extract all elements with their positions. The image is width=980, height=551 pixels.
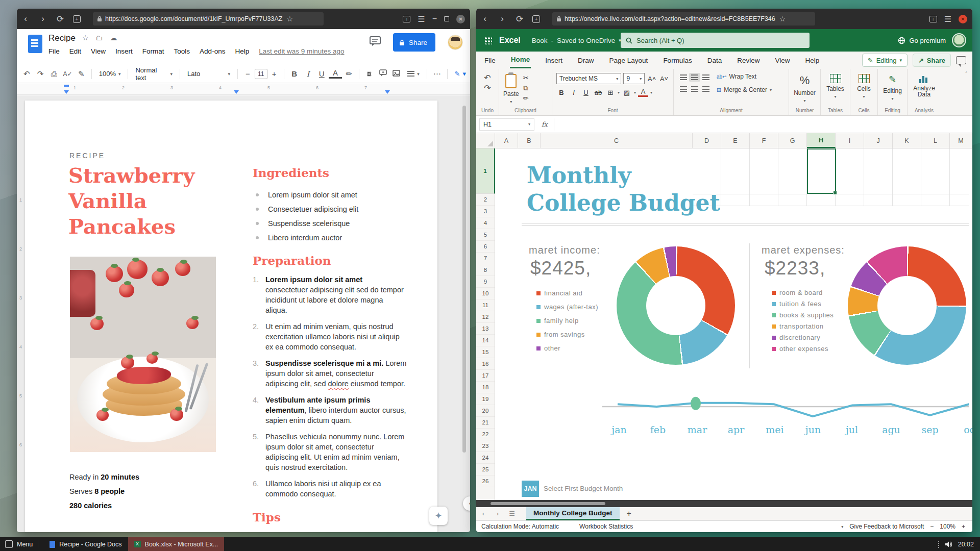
share-button[interactable]: Share — [393, 33, 435, 52]
volume-icon[interactable] — [945, 541, 953, 548]
first-month-badge[interactable]: JAN — [522, 481, 539, 497]
menu-format[interactable]: Format — [142, 47, 164, 55]
account-avatar[interactable] — [448, 35, 463, 50]
redo-icon[interactable]: ↷ — [480, 83, 495, 93]
address-bar[interactable]: https://onedrive.live.com/edit.aspx?acti… — [552, 12, 815, 26]
insert-link-icon[interactable] — [362, 69, 376, 78]
row-header[interactable]: 7 — [476, 253, 495, 264]
status-options-icon[interactable]: ▾ — [841, 524, 843, 529]
minimize-icon[interactable]: − — [432, 14, 437, 23]
document-canvas[interactable]: 1 2 3 4 5 6 RECIPE Strawberry Vanilla Pa… — [17, 95, 470, 532]
col-header[interactable]: M — [950, 133, 972, 148]
menu-file[interactable]: File — [48, 47, 60, 55]
tab-help[interactable]: Help — [804, 53, 820, 68]
indent-marker[interactable] — [64, 85, 69, 87]
horizontal-ruler[interactable]: 1 2 3 4 5 6 7 — [17, 83, 470, 95]
new-tab-icon[interactable]: + — [532, 15, 540, 23]
calc-mode-status[interactable]: Calculation Mode: Automatic — [481, 523, 559, 530]
menu-help[interactable]: Help — [235, 47, 249, 55]
menu-tools[interactable]: Tools — [174, 47, 190, 55]
row-header[interactable]: 17 — [476, 370, 495, 382]
underline-icon[interactable]: U — [581, 89, 591, 96]
menu-icon[interactable] — [5, 540, 13, 548]
copy-icon[interactable]: ⧉ — [523, 83, 529, 93]
cut-icon[interactable]: ✂ — [523, 73, 529, 83]
back-icon[interactable]: ‹ — [17, 14, 34, 24]
prev-sheet-icon[interactable]: ‹ — [476, 510, 491, 517]
font-name-select[interactable]: Trebuchet MS▾ — [556, 73, 621, 84]
menu-button[interactable]: Menu — [17, 541, 33, 548]
star-document-icon[interactable]: ☆ — [82, 34, 96, 42]
col-header[interactable]: E — [721, 133, 750, 148]
row-header[interactable]: 19 — [476, 393, 495, 405]
align-middle-icon[interactable] — [689, 73, 700, 82]
col-header[interactable]: G — [778, 133, 807, 148]
col-header[interactable]: I — [836, 133, 864, 148]
browser-menu-icon[interactable]: ☰ — [944, 14, 951, 24]
tab-home[interactable]: Home — [510, 52, 531, 68]
row-header[interactable]: 22 — [476, 429, 495, 440]
row-header[interactable]: 8 — [476, 264, 495, 276]
search-input[interactable]: Search (Alt + Q) — [621, 33, 810, 48]
paragraph-style-select[interactable]: Normal text▾ — [131, 66, 177, 82]
align-center-icon[interactable] — [689, 85, 700, 93]
col-header[interactable]: J — [864, 133, 893, 148]
col-header[interactable]: K — [893, 133, 921, 148]
address-bar[interactable]: https://docs.google.com/document/d/1kIF_… — [93, 12, 324, 26]
row-header[interactable]: 4 — [476, 217, 495, 229]
feedback-link[interactable]: Give Feedback to Microsoft — [849, 523, 924, 530]
font-size-input[interactable]: 11 — [255, 69, 267, 79]
save-page-icon[interactable]: ↓ — [403, 16, 410, 22]
sheet-list-icon[interactable]: ☰ — [505, 510, 519, 517]
analyze-data-button[interactable]: AnalyzeData — [912, 73, 937, 97]
save-page-icon[interactable]: ↓ — [929, 16, 937, 22]
name-box[interactable]: H1▾ — [479, 118, 534, 131]
font-color-icon[interactable]: A — [638, 88, 648, 97]
borders-icon[interactable]: ⊞ — [605, 89, 616, 96]
row-header[interactable]: 23 — [476, 440, 495, 452]
zoom-out-icon[interactable]: − — [930, 523, 934, 530]
shrink-font-icon[interactable]: A˅ — [659, 75, 669, 83]
column-margin-marker[interactable] — [234, 90, 239, 94]
align-bottom-icon[interactable] — [700, 73, 712, 82]
move-folder-icon[interactable]: 🗀 — [96, 34, 110, 42]
comments-icon[interactable] — [370, 36, 381, 48]
zoom-level[interactable]: 100% — [940, 523, 955, 530]
collapse-ribbon-icon[interactable]: ˆ — [960, 69, 972, 115]
font-select[interactable]: Lato▾ — [183, 70, 234, 78]
row-header[interactable]: 26 — [476, 475, 495, 487]
row-header[interactable]: 3 — [476, 206, 495, 217]
account-avatar[interactable] — [952, 33, 966, 47]
row-header[interactable]: 21 — [476, 417, 495, 429]
document-page[interactable]: RECIPE Strawberry Vanilla Pancakes — [25, 101, 437, 532]
explore-button[interactable]: ✦ — [429, 507, 448, 525]
back-icon[interactable]: ‹ — [476, 14, 494, 24]
add-comment-icon[interactable] — [376, 69, 390, 78]
col-header[interactable]: C — [541, 133, 693, 148]
editing-button[interactable]: ✎ Editing▾ — [882, 73, 903, 101]
undo-icon[interactable]: ↶ — [480, 73, 495, 83]
clock[interactable]: 20:02 — [958, 541, 974, 548]
row-header[interactable]: 6 — [476, 241, 495, 253]
row-header[interactable]: 5 — [476, 229, 495, 241]
row-header[interactable]: 16 — [476, 358, 495, 370]
row-header[interactable]: 10 — [476, 288, 495, 299]
col-header[interactable]: A — [495, 133, 518, 148]
fill-color-icon[interactable]: ▨ — [622, 89, 632, 96]
tab-draw[interactable]: Draw — [577, 53, 595, 68]
app-launcher-icon[interactable] — [484, 37, 492, 44]
increase-font-icon[interactable]: + — [267, 69, 281, 78]
row-header-selected[interactable]: 1 — [476, 148, 495, 194]
zoom-in-icon[interactable]: + — [962, 523, 965, 530]
col-header[interactable]: L — [921, 133, 950, 148]
italic-icon[interactable]: I — [569, 89, 579, 96]
tab-file[interactable]: File — [483, 53, 497, 68]
cells-button[interactable]: Cells▾ — [854, 73, 873, 99]
add-sheet-icon[interactable]: + — [627, 509, 631, 518]
align-select[interactable]: ▾ — [403, 71, 424, 77]
bold-icon[interactable]: B — [556, 89, 567, 96]
row-header[interactable]: 9 — [476, 276, 495, 288]
grow-font-icon[interactable]: A˄ — [647, 75, 657, 83]
taskbar-item-docs[interactable]: Recipe - Google Docs — [43, 537, 128, 551]
text-color-icon[interactable]: A — [329, 69, 342, 79]
